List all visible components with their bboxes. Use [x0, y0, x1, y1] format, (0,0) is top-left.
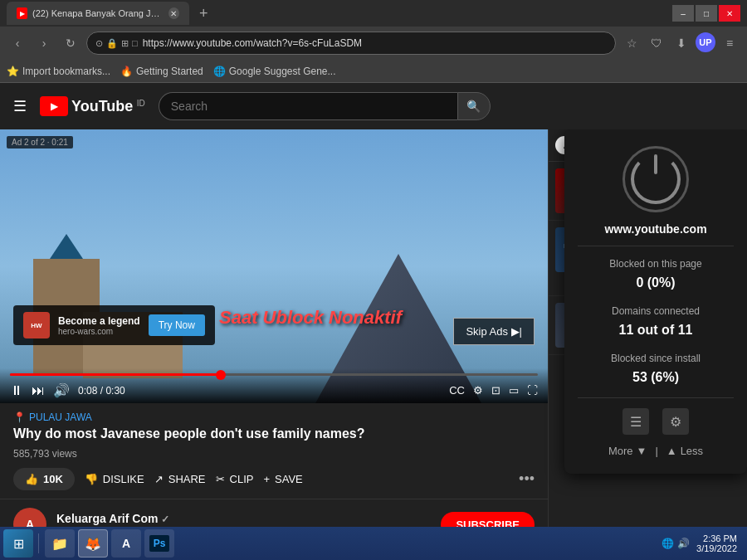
maximize-button[interactable]: □ — [696, 5, 717, 22]
taskbar-firefox-button[interactable]: 🦊 — [78, 529, 108, 558]
star-button[interactable]: ☆ — [621, 32, 642, 54]
video-controls: ⏸ ⏭ 🔊 0:08 / 0:30 CC ⚙ ⊡ ▭ ⛶ — [0, 368, 548, 403]
bookmark-import-label: Import bookmarks... — [22, 66, 110, 77]
profile-button[interactable]: UP — [696, 32, 715, 52]
youtube-logo-container: YouTube ID — [71, 98, 145, 115]
extra-icon: ⊞ — [121, 38, 129, 49]
close-button[interactable]: ✕ — [719, 5, 740, 22]
ad-label: Ad 2 of 2 · 0:21 — [7, 136, 73, 149]
dislike-button[interactable]: 👎 DISLIKE — [85, 473, 144, 485]
progress-filled — [10, 373, 221, 376]
ublock-divider-1 — [578, 246, 734, 246]
video-stats: 585,793 views — [13, 448, 535, 460]
channel-name: Keluarga Arif Com ✓ — [56, 512, 169, 525]
save-button[interactable]: + SAVE — [263, 473, 302, 485]
try-now-button[interactable]: Try Now — [149, 314, 205, 336]
share-icon: ↗ — [154, 473, 164, 485]
like-button[interactable]: 👍 10K — [13, 468, 75, 490]
more-actions-button[interactable]: ••• — [519, 470, 535, 488]
youtube-logo-text: YouTube — [71, 98, 133, 114]
time-display: 0:08 / 0:30 — [78, 385, 125, 397]
search-button[interactable]: 🔍 — [457, 92, 491, 120]
bookmark-started[interactable]: 🔥 Getting Started — [120, 66, 203, 77]
google-icon: 🌐 — [213, 66, 226, 77]
ublock-chevron-down-icon: ▼ — [637, 445, 647, 457]
ublock-domains-label: Domains connected — [612, 305, 700, 317]
ublock-domains-value: 11 out of 11 — [612, 319, 700, 341]
download-button[interactable]: ⬇ — [671, 32, 692, 54]
progress-bar[interactable] — [10, 373, 538, 376]
youtube-header: ☰ YouTube ID 🔍 — [0, 83, 747, 129]
youtube-logo[interactable]: YouTube ID — [40, 96, 145, 116]
lock-icon: 🔒 — [106, 38, 118, 49]
toolbar-actions: ☆ 🛡 ⬇ UP ≡ — [621, 32, 740, 54]
address-bar[interactable]: ⊙ 🔒 ⊞ □ https://www.youtube.com/watch?v=… — [86, 32, 616, 55]
main-content: Ad 2 of 2 · 0:21 HW Become a legend hero… — [0, 129, 747, 560]
video-background — [0, 129, 548, 403]
miniplayer-button[interactable]: ⊡ — [491, 384, 500, 397]
search-input[interactable] — [159, 92, 457, 120]
refresh-button[interactable]: ↻ — [60, 32, 81, 54]
ublock-more-button[interactable]: More ▼ — [608, 445, 647, 457]
play-pause-button[interactable]: ⏸ — [10, 383, 23, 398]
ublock-power-icon[interactable] — [622, 146, 689, 212]
ublock-power-line — [654, 154, 657, 174]
fullscreen-button[interactable]: ⛶ — [527, 384, 538, 397]
ublock-install-stat: Blocked since install 53 (6%) — [611, 351, 701, 388]
new-tab-button[interactable]: + — [194, 5, 213, 22]
browser-titlebar: ▶ (22) Kenapa Banyak Orang Jaw... ✕ + – … — [0, 0, 747, 27]
taskbar-app-button[interactable]: A — [111, 529, 141, 558]
ublock-blocked-label: Blocked on this page — [609, 258, 701, 270]
save-label: SAVE — [275, 473, 303, 485]
started-icon: 🔥 — [120, 66, 133, 77]
like-count: 10K — [43, 473, 63, 485]
hamburger-icon[interactable]: ☰ — [13, 97, 27, 115]
minimize-button[interactable]: – — [672, 5, 694, 22]
settings-button[interactable]: ⚙ — [473, 384, 483, 397]
bookmarks-bar: ⭐ Import bookmarks... 🔥 Getting Started … — [0, 60, 747, 83]
location-pin-icon: 📍 — [13, 411, 26, 423]
back-button[interactable]: ‹ — [7, 32, 28, 54]
ublock-popup: www.youtube.com Blocked on this page 0 (… — [564, 129, 747, 474]
save-icon: + — [263, 473, 270, 485]
subtitles-button[interactable]: CC — [449, 384, 465, 397]
next-button[interactable]: ⏭ — [32, 383, 45, 398]
url-display: https://www.youtube.com/watch?v=6s-cFuLa… — [143, 37, 607, 49]
ublock-list-icon[interactable]: ☰ — [622, 408, 649, 435]
forward-button[interactable]: › — [33, 32, 55, 54]
browser-toolbar: ‹ › ↻ ⊙ 🔒 ⊞ □ https://www.youtube.com/wa… — [0, 27, 747, 60]
ublock-blocked-stat: Blocked on this page 0 (0%) — [609, 256, 701, 294]
ad-title: Become a legend — [58, 315, 140, 327]
import-icon: ⭐ — [7, 66, 19, 77]
bookmark-google[interactable]: 🌐 Google Suggest Gene... — [213, 66, 336, 77]
taskbar-photoshop-button[interactable]: Ps — [144, 529, 174, 558]
ad-text: Become a legend hero-wars.com — [58, 315, 140, 336]
clip-button[interactable]: ✂ CLIP — [216, 473, 254, 485]
extra-icon2: □ — [132, 38, 138, 48]
theater-button[interactable]: ▭ — [509, 384, 519, 397]
taskbar-folder-button[interactable]: 📁 — [45, 529, 75, 558]
ublock-blocked-value: 0 (0%) — [609, 272, 701, 294]
skip-ads-button[interactable]: Skip Ads ▶| — [453, 318, 535, 345]
overlay-text: Saat Ublock Nonaktif — [219, 307, 402, 329]
volume-button[interactable]: 🔊 — [53, 382, 70, 398]
total-time: 0:30 — [105, 385, 124, 397]
menu-button[interactable]: ≡ — [719, 32, 740, 54]
ublock-domain: www.youtube.com — [604, 222, 706, 236]
share-label: SHARE — [168, 473, 206, 485]
share-button[interactable]: ↗ SHARE — [154, 473, 206, 485]
folder-icon: 📁 — [51, 536, 68, 552]
ublock-install-value: 53 (6%) — [611, 367, 701, 388]
browser-tab[interactable]: ▶ (22) Kenapa Banyak Orang Jaw... ✕ — [7, 2, 189, 25]
shield-button[interactable]: 🛡 — [646, 32, 667, 54]
thumbs-up-icon: 👍 — [25, 473, 38, 485]
video-player[interactable]: Ad 2 of 2 · 0:21 HW Become a legend hero… — [0, 129, 548, 403]
tab-close-btn[interactable]: ✕ — [168, 7, 179, 19]
bookmark-import[interactable]: ⭐ Import bookmarks... — [7, 66, 110, 77]
taskbar: ⊞ 📁 🦊 A Ps 🌐 🔊 2:36 PM 3/19/2022 — [0, 527, 747, 560]
start-button[interactable]: ⊞ — [3, 529, 33, 558]
video-info: 📍 PULAU JAWA Why do most Javanese people… — [0, 403, 548, 499]
ublock-settings-icon[interactable]: ⚙ — [662, 408, 689, 435]
address-icons: ⊙ 🔒 ⊞ □ — [95, 38, 138, 49]
ublock-less-button[interactable]: ▲ Less — [666, 445, 703, 457]
